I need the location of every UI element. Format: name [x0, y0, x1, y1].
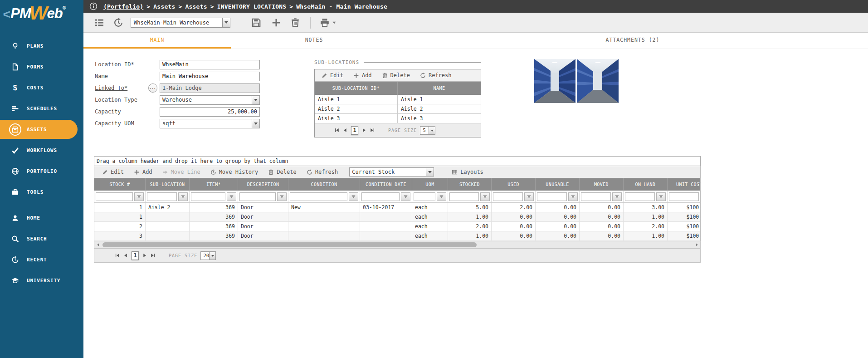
linked-to-label[interactable]: Linked To* — [95, 85, 148, 91]
previous-page-button[interactable] — [342, 128, 348, 133]
column-header-uom[interactable]: UOM — [412, 178, 448, 191]
edit-button[interactable]: Edit — [97, 166, 129, 178]
save-icon[interactable] — [251, 18, 261, 28]
linked-to-lookup-button[interactable] — [148, 83, 157, 93]
column-header-name[interactable]: NAME — [398, 82, 481, 95]
horizontal-scrollbar[interactable] — [94, 241, 701, 249]
print-options-caret-icon[interactable] — [332, 20, 336, 25]
filter-button[interactable] — [656, 192, 666, 201]
filter-button[interactable] — [700, 192, 701, 201]
filter-button[interactable] — [480, 192, 490, 201]
filter-input[interactable] — [669, 192, 699, 201]
first-page-button[interactable] — [334, 128, 340, 133]
filter-button[interactable] — [178, 192, 188, 201]
tab-main[interactable]: MAIN — [83, 33, 231, 49]
filter-input[interactable] — [361, 192, 400, 201]
refresh-button[interactable]: Refresh — [302, 166, 343, 178]
delete-button[interactable]: Delete — [377, 69, 415, 81]
stock-row[interactable]: 3369Dooreach1.000.000.000.001.00$100.00 — [94, 231, 701, 241]
filter-button[interactable] — [612, 192, 622, 201]
filter-input[interactable] — [147, 192, 177, 201]
scroll-right-icon[interactable] — [693, 241, 700, 248]
pmweb-logo[interactable]: <PMWeb® — [0, 0, 83, 30]
column-header-unusable[interactable]: UNUSABLE — [536, 178, 580, 191]
filter-button[interactable] — [134, 192, 144, 201]
breadcrumb-item-inventory-locations[interactable]: INVENTORY LOCATIONS — [217, 3, 287, 10]
column-header-stocked[interactable]: STOCKED — [448, 178, 492, 191]
sidebar-item-workflows[interactable]: WORKFLOWS — [0, 140, 83, 161]
column-header-condition-date[interactable]: CONDITION DATE — [360, 178, 412, 191]
sidebar-item-costs[interactable]: COSTS — [0, 77, 83, 98]
first-page-button[interactable] — [115, 253, 120, 258]
breadcrumb-item-portfolio[interactable]: (Portfolio) — [103, 3, 143, 10]
last-page-button[interactable] — [370, 128, 375, 133]
delete-button[interactable]: Delete — [263, 166, 301, 178]
record-selector[interactable]: WhseMain-Main Warehouse — [131, 18, 230, 28]
location-id-input[interactable] — [160, 60, 260, 69]
sidebar-item-home[interactable]: HOME — [0, 207, 83, 228]
filter-button[interactable] — [437, 192, 446, 201]
column-header-description[interactable]: DESCRIPTION — [238, 178, 288, 191]
page-size-selector[interactable]: 20 — [200, 251, 216, 260]
layouts-button[interactable]: Layouts — [447, 166, 488, 178]
sublocation-row[interactable]: Aisle 2Aisle 2 — [315, 104, 481, 114]
column-header-condition[interactable]: CONDITION — [288, 178, 360, 191]
tab-attachments-2[interactable]: ATTACHMENTS (2) — [397, 33, 868, 49]
filter-input[interactable] — [581, 192, 611, 201]
sublocation-row[interactable]: Aisle 3Aisle 3 — [315, 114, 481, 123]
next-page-button[interactable] — [361, 128, 367, 133]
last-page-button[interactable] — [150, 253, 156, 258]
page-size-selector[interactable]: 5 — [420, 126, 435, 135]
filter-input[interactable] — [537, 192, 567, 201]
add-button[interactable]: Add — [348, 69, 377, 81]
column-header-on-hand[interactable]: ON HAND — [624, 178, 668, 191]
delete-icon[interactable] — [290, 18, 300, 28]
stock-row[interactable]: 1Aisle 2369DoorNew03-10-2017each5.002.00… — [94, 203, 701, 212]
move-line-button[interactable]: Move Line — [157, 166, 205, 178]
add-icon[interactable] — [271, 18, 281, 28]
sidebar-item-university[interactable]: UNIVERSITY — [0, 270, 83, 291]
stock-row[interactable]: 2369Dooreach2.000.000.000.002.00$100.00 — [94, 222, 701, 231]
sidebar-item-tools[interactable]: TOOLS — [0, 181, 83, 202]
print-icon[interactable] — [320, 18, 330, 28]
breadcrumb-item-whsemain-main-warehouse[interactable]: WhseMain - Main Warehouse — [296, 3, 387, 10]
filter-input[interactable] — [191, 192, 225, 201]
history-icon[interactable] — [113, 18, 123, 28]
sidebar-item-search[interactable]: SEARCH — [0, 228, 83, 249]
filter-input[interactable] — [493, 192, 523, 201]
sidebar-item-plans[interactable]: PLANS — [0, 35, 83, 56]
add-button[interactable]: Add — [129, 166, 157, 178]
filter-input[interactable] — [625, 192, 655, 201]
chevron-down-icon[interactable] — [426, 168, 434, 176]
chevron-down-icon[interactable] — [252, 119, 259, 128]
breadcrumb-item-assets[interactable]: Assets — [185, 3, 207, 10]
filter-input[interactable] — [414, 192, 435, 201]
breadcrumb-item-assets[interactable]: Assets — [153, 3, 175, 10]
chevron-down-icon[interactable] — [209, 252, 215, 260]
refresh-button[interactable]: Refresh — [415, 69, 457, 81]
name-input[interactable] — [160, 72, 260, 81]
chevron-down-icon[interactable] — [252, 96, 259, 104]
sidebar-item-forms[interactable]: FORMS — [0, 56, 83, 77]
stock-row[interactable]: 1369Dooreach1.000.000.000.001.00$100.00 — [94, 212, 701, 222]
view-selector[interactable]: Current Stock — [349, 167, 434, 177]
filter-input[interactable] — [96, 192, 133, 201]
move-history-button[interactable]: Move History — [205, 166, 263, 178]
scroll-left-icon[interactable] — [94, 241, 102, 248]
filter-input[interactable] — [239, 192, 276, 201]
sublocation-row[interactable]: Aisle 1Aisle 1 — [315, 95, 481, 104]
tab-notes[interactable]: NOTES — [231, 33, 397, 49]
location-type-select[interactable]: Warehouse — [160, 95, 260, 105]
current-page-button[interactable]: 1 — [132, 251, 139, 260]
filter-button[interactable] — [568, 192, 578, 201]
capacity-input[interactable] — [160, 107, 260, 117]
current-page-button[interactable]: 1 — [351, 126, 358, 135]
previous-page-button[interactable] — [123, 253, 128, 258]
filter-button[interactable] — [524, 192, 534, 201]
sidebar-item-recent[interactable]: RECENT — [0, 249, 83, 270]
linked-to-input[interactable] — [160, 83, 260, 93]
scrollbar-thumb[interactable] — [102, 242, 477, 247]
capacity-uom-select[interactable]: sqft — [160, 119, 260, 128]
sidebar-item-schedules[interactable]: SCHEDULES — [0, 98, 83, 119]
column-header-moved[interactable]: MOVED — [580, 178, 624, 191]
